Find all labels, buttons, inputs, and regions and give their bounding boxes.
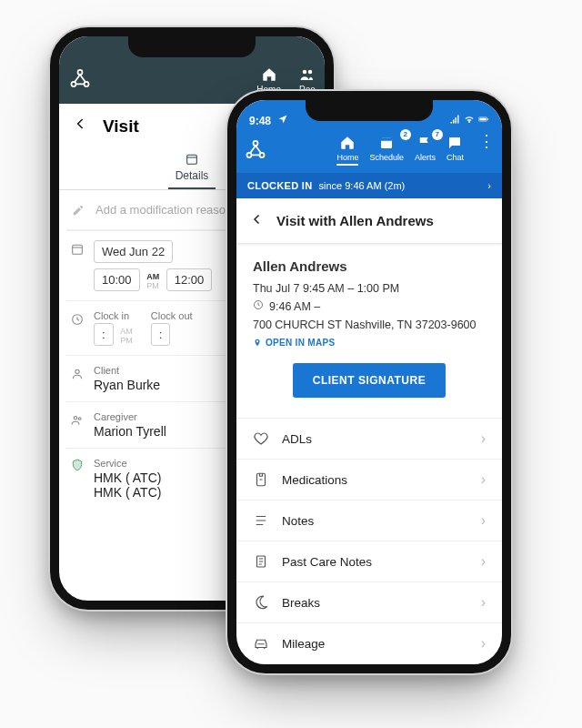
nav-tab-chat[interactable]: Chat bbox=[447, 135, 464, 166]
clock-in-input[interactable]: : bbox=[94, 323, 114, 346]
caregiver-name: Marion Tyrell bbox=[94, 424, 166, 439]
chat-icon bbox=[447, 135, 463, 151]
task-list: ADLs Medications Notes Past Care Notes B… bbox=[236, 418, 502, 673]
client-name: Ryan Burke bbox=[94, 378, 160, 392]
modification-reason-placeholder: Add a modification reason bbox=[95, 203, 232, 217]
start-time-input[interactable]: 10:00 bbox=[94, 268, 140, 291]
person-icon bbox=[70, 367, 85, 381]
schedule-badge: 2 bbox=[400, 129, 411, 140]
clocked-in-since: since 9:46 AM (2m) bbox=[319, 180, 406, 191]
list-item-mileage[interactable]: Mileage bbox=[236, 623, 502, 664]
chevron-right-icon bbox=[481, 471, 486, 488]
screen-title-row: Visit with Allen Andrews bbox=[236, 198, 502, 243]
date-input[interactable]: Wed Jun 22 bbox=[94, 240, 173, 263]
visit-address: 700 CHURCH ST Nashville, TN 37203-9600 bbox=[253, 316, 486, 334]
overflow-menu-icon[interactable]: ⋮ bbox=[478, 135, 495, 166]
app-logo-icon bbox=[68, 67, 92, 98]
shield-icon bbox=[70, 458, 85, 475]
nav-tab-schedule[interactable]: 2 Schedule bbox=[369, 135, 404, 166]
pin-icon bbox=[253, 339, 262, 348]
back-icon[interactable] bbox=[72, 115, 90, 137]
chevron-right-icon bbox=[481, 512, 486, 529]
visit-info-block: Allen Andrews Thu Jul 7 9:45 AM – 1:00 P… bbox=[236, 243, 502, 418]
calendar-icon bbox=[378, 135, 395, 151]
nav-tab-label: Schedule bbox=[369, 153, 404, 162]
service-line-2: HMK ( ATC) bbox=[94, 485, 161, 500]
battery-icon bbox=[478, 114, 489, 127]
nav-tab-home[interactable]: Home bbox=[336, 135, 358, 166]
clipboard-icon bbox=[253, 553, 269, 570]
caregiver-label: Caregiver bbox=[94, 411, 166, 422]
svg-rect-10 bbox=[479, 118, 486, 121]
medication-icon bbox=[253, 471, 269, 488]
people-icon bbox=[299, 66, 316, 83]
chevron-right-icon bbox=[481, 430, 486, 447]
svg-rect-16 bbox=[381, 138, 392, 141]
clockin-ampm-toggle[interactable]: AMPM bbox=[120, 327, 133, 345]
home-icon bbox=[339, 135, 356, 151]
svg-rect-4 bbox=[73, 245, 83, 254]
screen-title: Visit with Allen Andrews bbox=[276, 213, 434, 228]
car-icon bbox=[253, 635, 269, 652]
client-label: Client bbox=[94, 365, 160, 376]
chevron-right-icon bbox=[481, 594, 486, 611]
visit-window: Thu Jul 7 9:45 AM – 1:00 PM bbox=[253, 279, 486, 298]
list-item-adls[interactable]: ADLs bbox=[236, 419, 502, 460]
list-item-label: Past Care Notes bbox=[282, 555, 372, 569]
clocked-in-banner[interactable]: CLOCKED IN since 9:46 AM (2m) bbox=[236, 173, 502, 198]
svg-point-8 bbox=[78, 418, 81, 420]
pencil-icon bbox=[72, 204, 85, 217]
location-arrow-icon bbox=[277, 114, 288, 127]
list-item-medications[interactable]: Medications bbox=[236, 460, 502, 500]
clocked-time-range: 9:46 AM – bbox=[269, 298, 320, 316]
client-name: Allen Andrews bbox=[253, 256, 486, 278]
list-item-forms[interactable]: Forms bbox=[236, 664, 502, 673]
end-time-input[interactable]: 12:00 bbox=[166, 268, 213, 291]
list-item-breaks[interactable]: Breaks bbox=[236, 582, 502, 623]
list-item-past-care-notes[interactable]: Past Care Notes bbox=[236, 541, 502, 582]
start-ampm-toggle[interactable]: AMPM bbox=[146, 272, 159, 290]
client-signature-button[interactable]: CLIENT SIGNATURE bbox=[293, 363, 446, 398]
alerts-badge: 7 bbox=[432, 129, 443, 140]
phone-caregiver-view: 9:48 Home 2 Schedule 7 bbox=[227, 91, 511, 673]
clock-small-icon bbox=[253, 298, 264, 316]
svg-point-6 bbox=[75, 369, 79, 373]
screen-title: Visit bbox=[103, 116, 139, 136]
heart-icon bbox=[253, 430, 269, 447]
list-item-label: Notes bbox=[282, 514, 314, 528]
chevron-right-icon bbox=[481, 635, 486, 652]
list-item-label: Breaks bbox=[282, 596, 320, 610]
chevron-right-icon bbox=[487, 180, 491, 191]
nav-tab-label: Home bbox=[336, 153, 358, 162]
list-item-label: Medications bbox=[282, 473, 347, 487]
wifi-icon bbox=[464, 114, 475, 127]
home-icon bbox=[261, 66, 277, 83]
open-in-maps-label: OPEN IN MAPS bbox=[266, 336, 335, 350]
clock-icon bbox=[70, 312, 85, 327]
chevron-right-icon bbox=[481, 553, 486, 570]
signal-icon bbox=[449, 114, 460, 127]
status-time: 9:48 bbox=[249, 115, 271, 127]
app-logo-icon bbox=[244, 138, 267, 166]
clock-out-label: Clock out bbox=[151, 310, 193, 321]
clock-out-input[interactable]: : bbox=[151, 323, 171, 346]
notes-icon bbox=[253, 512, 269, 529]
subtab-label: Details bbox=[176, 169, 209, 182]
service-line-1: HMK ( ATC) bbox=[94, 470, 161, 485]
calendar-card-icon bbox=[185, 152, 199, 167]
subtab-details[interactable]: Details bbox=[168, 148, 216, 189]
service-label: Service bbox=[94, 458, 161, 469]
svg-point-0 bbox=[78, 70, 83, 75]
nav-tab-label: Chat bbox=[447, 153, 464, 162]
clock-in-label: Clock in bbox=[94, 310, 136, 321]
list-item-notes[interactable]: Notes bbox=[236, 500, 502, 541]
svg-rect-11 bbox=[487, 118, 488, 120]
open-in-maps-link[interactable]: OPEN IN MAPS bbox=[253, 336, 486, 350]
nav-tab-alerts[interactable]: 7 Alerts bbox=[415, 135, 436, 166]
nav-tab-label: Alerts bbox=[415, 153, 436, 162]
svg-point-7 bbox=[74, 417, 76, 420]
list-item-label: Mileage bbox=[282, 637, 325, 651]
back-icon[interactable] bbox=[249, 211, 266, 230]
calendar-icon bbox=[70, 242, 85, 257]
flag-icon bbox=[416, 135, 433, 151]
